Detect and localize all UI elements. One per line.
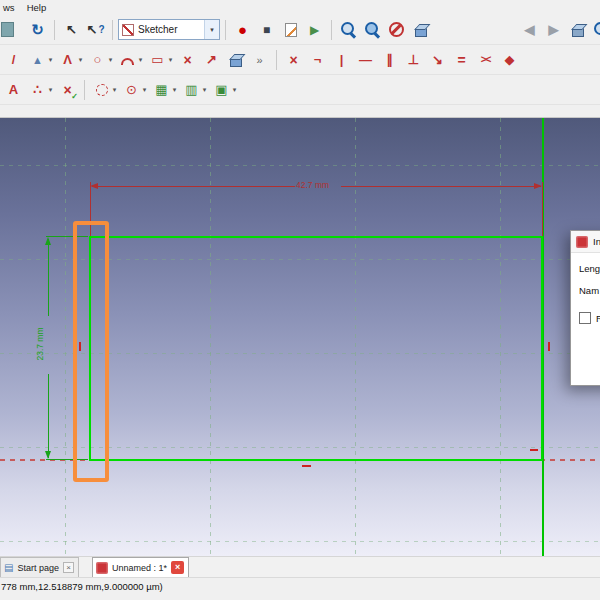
toolbar-separator xyxy=(331,20,332,40)
constraint-block-icon-clipped[interactable]: ◆ xyxy=(498,48,521,72)
dimension-arrow-right xyxy=(534,183,542,189)
workbench-selector-value: Sketcher xyxy=(138,24,200,35)
toolbar-standard: ↻ ↖ ↖? Sketcher ▾ ● ■ ▶ ◀ ▶ xyxy=(0,15,600,45)
magnifier-dot-icon xyxy=(364,21,381,38)
constraint-vertical-icon[interactable]: | xyxy=(330,48,353,72)
toolbar-separator xyxy=(84,80,85,100)
sketch-line-bottom[interactable] xyxy=(90,459,543,461)
chevron-down-icon[interactable]: ▾ xyxy=(106,56,115,64)
toolbar-separator xyxy=(276,50,277,70)
freecad-icon xyxy=(576,236,588,248)
no-entry-icon xyxy=(389,22,404,37)
dimension-arrow-up xyxy=(45,237,51,245)
chevron-down-icon[interactable]: ▾ xyxy=(110,86,119,94)
cube-icon xyxy=(572,28,584,37)
nav-back-icon[interactable]: ◀ xyxy=(518,18,541,42)
draw-style-icon[interactable] xyxy=(385,18,408,42)
dialog-titlebar[interactable]: In xyxy=(571,231,600,253)
dimension-arrow-down xyxy=(45,451,51,459)
sketch-line-top[interactable] xyxy=(90,236,543,238)
constraint-symmetric-icon[interactable]: >< xyxy=(474,48,497,72)
tab-unnamed-document[interactable]: Unnamed : 1* × xyxy=(92,557,189,577)
clipped-toolbar-icon[interactable] xyxy=(2,18,25,42)
grid-line-vertical xyxy=(500,118,501,556)
chevron-down-icon[interactable]: ▾ xyxy=(136,56,145,64)
chevron-down-icon[interactable]: ▾ xyxy=(46,86,55,94)
whats-this-icon[interactable]: ↖? xyxy=(84,18,107,42)
toolbar-sketcher-tools: A ∴ ▾ ×✓ ▾ ⊙ ▾ ▦ ▾ ▥ ▾ ▣ ▾ xyxy=(0,75,600,105)
chevron-down-icon: ▾ xyxy=(210,26,214,34)
select-cursor-icon[interactable]: ↖ xyxy=(60,18,83,42)
menu-item-help[interactable]: Help xyxy=(21,2,53,13)
dashed-circle-icon xyxy=(96,84,108,96)
line-tool-icon[interactable]: / xyxy=(2,48,25,72)
horizontal-constraint-marker[interactable] xyxy=(530,449,538,451)
toolbar-overflow-icon[interactable]: » xyxy=(248,48,271,72)
statusbar: 778 mm,12.518879 mm,9.000000 µm) xyxy=(0,577,600,600)
trim-tool-icon[interactable]: × xyxy=(176,48,199,72)
toolbar-separator xyxy=(54,20,55,40)
constraint-equal-icon[interactable]: = xyxy=(450,48,473,72)
document-tabbar: ▤ Start page × Unnamed : 1* × xyxy=(0,556,600,577)
box-zoom-icon[interactable] xyxy=(409,18,432,42)
horizontal-constraint-marker[interactable] xyxy=(302,465,311,467)
freecad-icon xyxy=(96,562,108,574)
constraint-parallel-icon[interactable]: ∥ xyxy=(378,48,401,72)
cursor-coordinates: 778 mm,12.518879 mm,9.000000 µm) xyxy=(1,581,163,592)
external-geometry-icon[interactable]: ↗ xyxy=(200,48,223,72)
close-document-icon[interactable]: × xyxy=(171,561,184,574)
nav-forward-icon[interactable]: ▶ xyxy=(542,18,565,42)
chevron-down-icon[interactable]: ▾ xyxy=(140,86,149,94)
letter-a-tool-icon[interactable]: A xyxy=(2,78,25,102)
zoom-fit-icon[interactable] xyxy=(337,18,360,42)
3d-viewport[interactable]: 42.7 mm 23.7 mm In Leng Nam R xyxy=(0,118,600,556)
combo-dropdown-arrow[interactable]: ▾ xyxy=(204,20,219,39)
chevron-down-icon[interactable]: ▾ xyxy=(166,56,175,64)
tab-start-page[interactable]: ▤ Start page × xyxy=(0,557,79,577)
vertical-constraint-marker[interactable] xyxy=(548,342,550,351)
dialog-title: In xyxy=(593,236,600,247)
chevron-down-icon[interactable]: ▾ xyxy=(200,86,209,94)
freecad-window: ws Help ↻ ↖ ↖? Sketcher ▾ ● ■ ▶ ◀ ▶ / ▲ xyxy=(0,0,600,600)
sketch-line-right[interactable] xyxy=(541,236,543,461)
dimension-line[interactable] xyxy=(48,239,49,316)
dimension-line[interactable] xyxy=(48,374,49,458)
dimension-line[interactable] xyxy=(341,186,541,187)
constraint-perpendicular-icon[interactable]: ⊥ xyxy=(402,48,425,72)
macro-edit-icon[interactable] xyxy=(279,18,302,42)
grid-line-vertical xyxy=(355,118,356,556)
constraint-coincident-icon[interactable]: × xyxy=(282,48,305,72)
constraint-point-on-object-icon[interactable]: ¬ xyxy=(306,48,329,72)
refresh-icon[interactable]: ↻ xyxy=(26,18,49,42)
toolbar-sketcher-geometry: / ▲ ▾ Λ ▾ ○ ▾ ▾ ▭ ▾ × ↗ » × ¬ | — ∥ ⊥ ↘ … xyxy=(0,45,600,75)
constraint-horizontal-icon[interactable]: — xyxy=(354,48,377,72)
workbench-selector[interactable]: Sketcher ▾ xyxy=(118,19,220,40)
chevron-down-icon[interactable]: ▾ xyxy=(46,56,55,64)
zoom-icon-clipped[interactable] xyxy=(590,18,600,42)
insert-length-dialog: In Leng Nam R xyxy=(570,230,600,386)
carbon-copy-icon[interactable] xyxy=(224,48,247,72)
menubar: ws Help xyxy=(0,0,600,15)
close-tab-icon[interactable]: × xyxy=(63,562,74,573)
macro-play-icon[interactable]: ▶ xyxy=(303,18,326,42)
delete-geometry-icon[interactable]: ×✓ xyxy=(56,78,79,102)
chevron-down-icon[interactable]: ▾ xyxy=(170,86,179,94)
length-label: Leng xyxy=(579,263,600,274)
macro-record-icon[interactable]: ● xyxy=(231,18,254,42)
cube-icon xyxy=(230,58,242,67)
macro-stop-icon[interactable]: ■ xyxy=(255,18,278,42)
axonometric-view-icon[interactable] xyxy=(566,18,589,42)
sketcher-workbench-icon xyxy=(122,24,134,36)
chevron-down-icon[interactable]: ▾ xyxy=(230,86,239,94)
reference-checkbox[interactable] xyxy=(579,312,591,324)
highlighted-rectangle[interactable] xyxy=(73,221,109,482)
zoom-selection-icon[interactable] xyxy=(361,18,384,42)
dimension-line[interactable] xyxy=(92,186,295,187)
width-dimension-label[interactable]: 42.7 mm xyxy=(296,180,329,190)
height-dimension-label[interactable]: 23.7 mm xyxy=(35,314,45,374)
menu-item-windows[interactable]: ws xyxy=(0,2,21,13)
constraint-tangent-icon[interactable]: ↘ xyxy=(426,48,449,72)
chevron-down-icon[interactable]: ▾ xyxy=(76,56,85,64)
vertical-constraint-marker[interactable] xyxy=(79,342,81,351)
cube-icon xyxy=(415,28,427,37)
